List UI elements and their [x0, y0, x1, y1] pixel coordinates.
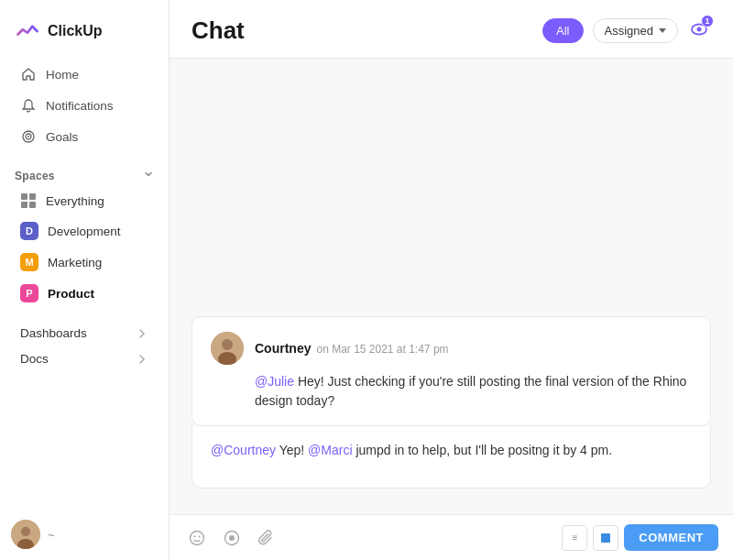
sidebar-item-everything[interactable]: Everything: [5, 187, 163, 214]
product-badge: P: [20, 284, 38, 302]
header-actions: All Assigned 1: [542, 17, 711, 45]
emoji-button[interactable]: [184, 525, 210, 551]
mention-marci: @Marci: [308, 443, 352, 457]
record-icon: [224, 530, 240, 546]
sidebar-item-notifications[interactable]: Notifications: [5, 91, 163, 120]
user-avatar: [11, 520, 40, 549]
mention-courtney: @Courtney: [211, 443, 276, 457]
reply-text-1: Yep!: [279, 443, 308, 457]
logo-area[interactable]: ClickUp: [0, 11, 169, 59]
message-time: on Mar 15 2021 at 1:47 pm: [316, 343, 448, 356]
development-badge: D: [20, 222, 38, 240]
mention-julie: @Julie: [255, 374, 294, 389]
message-meta: Courtney on Mar 15 2021 at 1:47 pm: [255, 341, 449, 356]
all-filter-button[interactable]: All: [542, 18, 583, 43]
author-avatar: [211, 332, 244, 365]
attach-button[interactable]: [254, 525, 279, 551]
svg-point-2: [27, 136, 29, 137]
goals-label: Goals: [46, 130, 78, 144]
spaces-section-header: Spaces: [0, 159, 169, 186]
home-label: Home: [46, 68, 79, 82]
sidebar-item-marketing[interactable]: M Marketing: [5, 247, 163, 277]
message-author: Courtney: [255, 341, 311, 356]
bell-icon: [20, 97, 37, 114]
assigned-dropdown[interactable]: Assigned: [593, 18, 678, 43]
message-header: Courtney on Mar 15 2021 at 1:47 pm: [211, 332, 692, 365]
clickup-logo-icon: [15, 18, 40, 44]
marketing-badge: M: [20, 253, 38, 271]
user-menu-trigger[interactable]: ~: [48, 528, 55, 542]
notifications-label: Notifications: [46, 99, 114, 113]
svg-point-11: [191, 531, 204, 544]
svg-point-4: [21, 527, 30, 536]
assigned-chevron-icon: [659, 28, 666, 33]
input-right-actions: ≡ COMMENT: [562, 524, 718, 551]
chevron-right-icon: [136, 327, 148, 340]
grid-icon: [20, 192, 37, 209]
spaces-label: Spaces: [15, 170, 55, 182]
reply-text-2: jumpd in to help, but I'll be positng it…: [356, 443, 612, 457]
sidebar-item-dashboards[interactable]: Dashboards: [5, 321, 163, 346]
svg-point-15: [229, 535, 235, 541]
courtney-avatar-image: [211, 332, 244, 365]
reply-card: @Courtney Yep! @Marci jumpd in to help, …: [191, 426, 711, 489]
text-style-button-1[interactable]: ≡: [562, 525, 587, 551]
svg-point-9: [222, 339, 233, 350]
notification-badge: 1: [701, 15, 714, 27]
chevron-right-icon-docs: [136, 353, 148, 366]
color-swatch-icon: [601, 533, 610, 543]
comment-button[interactable]: COMMENT: [624, 524, 718, 551]
docs-label: Docs: [20, 352, 49, 366]
message-body: @Julie Hey! Just checking if you're stil…: [211, 372, 692, 411]
chevron-down-icon[interactable]: [143, 169, 154, 182]
target-icon: [20, 128, 37, 145]
dashboards-label: Dashboards: [20, 326, 87, 340]
development-label: Development: [48, 225, 121, 238]
svg-point-7: [697, 27, 702, 31]
svg-point-12: [194, 535, 196, 537]
page-title: Chat: [191, 16, 245, 45]
reply-body: @Courtney Yep! @Marci jumpd in to help, …: [211, 441, 692, 460]
sidebar-item-product[interactable]: P Product: [5, 279, 163, 308]
sidebar-item-development[interactable]: D Development: [5, 216, 163, 246]
input-toolbar: ≡ COMMENT: [170, 514, 733, 560]
message-text: Hey! Just checking if you're still posti…: [255, 374, 686, 408]
input-tool-buttons: [184, 525, 279, 551]
user-avatar-area[interactable]: ~: [11, 520, 55, 549]
smiley-icon: [189, 530, 205, 546]
sidebar-item-docs[interactable]: Docs: [5, 346, 163, 371]
notifications-eye-button[interactable]: 1: [687, 17, 711, 45]
product-label: Product: [48, 287, 94, 301]
message-card: Courtney on Mar 15 2021 at 1:47 pm @Juli…: [191, 316, 711, 426]
everything-label: Everything: [46, 194, 104, 208]
text-icon: ≡: [572, 533, 577, 543]
app-name: ClickUp: [48, 23, 103, 39]
text-style-button-2[interactable]: [593, 525, 618, 551]
record-button[interactable]: [219, 525, 245, 551]
home-icon: [20, 66, 37, 82]
paperclip-icon: [258, 530, 275, 546]
sidebar: ClickUp Home Notifications Goals: [0, 0, 170, 560]
marketing-label: Marketing: [48, 256, 102, 269]
assigned-label: Assigned: [605, 24, 653, 38]
sidebar-item-home[interactable]: Home: [5, 60, 163, 89]
svg-point-13: [199, 535, 201, 537]
main-header: Chat All Assigned 1: [170, 0, 733, 59]
chat-messages-area: Courtney on Mar 15 2021 at 1:47 pm @Juli…: [170, 59, 733, 514]
main-content: Chat All Assigned 1: [170, 0, 733, 560]
sidebar-item-goals[interactable]: Goals: [5, 122, 163, 151]
